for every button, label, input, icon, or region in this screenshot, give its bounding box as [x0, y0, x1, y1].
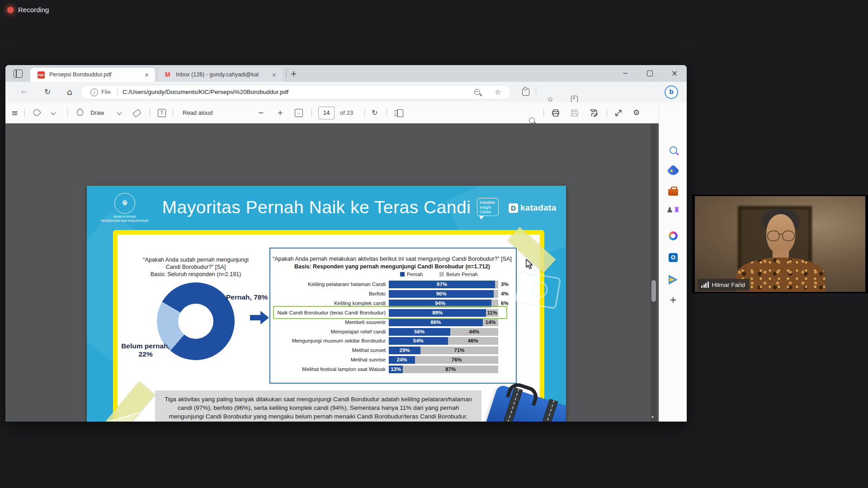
home-icon[interactable]: ⌂ [67, 82, 72, 102]
bar-row: Berfoto96%4% [272, 290, 507, 298]
bar-pernah-segment: 56% [389, 328, 450, 336]
signal-bars-icon [701, 282, 709, 288]
video-call-overlay: Hilmar Farid [692, 195, 868, 293]
bar-category-label: Melihat sunset [272, 347, 386, 354]
tab-gmail[interactable]: M Inbox (126) - gundy.cahyadi@kat × [158, 68, 283, 82]
read-aloud-button[interactable]: Read aloud [183, 102, 213, 123]
pdf-scrollbar[interactable]: ▾ [651, 123, 657, 422]
highlight-box [273, 306, 507, 319]
fit-width-icon[interactable]: ↔ [295, 109, 303, 117]
expand-icon[interactable] [614, 109, 623, 117]
tab-pdf-title: Persepsi Borobuddur.pdf [49, 68, 149, 82]
recording-indicator: Recording [7, 6, 49, 14]
draw-label[interactable]: Draw [90, 102, 104, 123]
bar-chart-basis: Basis: Responden yang pernah mengunjungi… [270, 263, 514, 270]
pdf-settings-icon[interactable]: ⚙ [633, 102, 640, 123]
page-number-input[interactable]: 14 [318, 107, 335, 119]
browser-window: PDF Persepsi Borobuddur.pdf × M Inbox (1… [5, 65, 687, 422]
scrollbar-thumb[interactable] [651, 280, 656, 302]
bar-row: Membeli souvenir86%14% [272, 319, 507, 326]
bar-chart-question: “Apakah Anda pernah melakukan aktivitas … [270, 255, 514, 263]
sidebar-search-icon[interactable] [659, 146, 687, 154]
gmail-icon: M [165, 68, 170, 82]
participant-name: Hilmar Farid [712, 282, 745, 288]
tab-pdf-close-icon[interactable]: × [144, 68, 149, 82]
refresh-icon[interactable]: ↻ [44, 82, 51, 102]
bar-row: Melihat sunrise24%76% [272, 356, 507, 364]
address-toolbar: ← ↻ ⌂ i File C:/Users/gundy/Documents/KI… [5, 82, 687, 102]
bar-track: 29%71% [389, 347, 498, 354]
pdf-search-icon[interactable] [529, 117, 535, 123]
url-text: C:/Users/gundy/Documents/KIC/Persepsi%20… [123, 85, 288, 99]
speaker-glasses [767, 230, 794, 240]
slide-title: Mayoritas Pernah Naik ke Teras Candi [158, 197, 475, 217]
sidebar-games-icon[interactable]: ♟♜ [659, 205, 687, 214]
close-button[interactable]: × [668, 65, 681, 82]
slide-background: ☬ KEMENTERIAN PENDIDIKAN DAN KEBUDAYAAN … [87, 186, 566, 422]
add-text-icon[interactable]: T [158, 109, 166, 117]
scrollbar-down-icon[interactable]: ▾ [651, 414, 654, 419]
bar-category-label: Berfoto [272, 290, 386, 298]
katadata-logo: D katadata [509, 203, 557, 213]
highlighter-icon[interactable] [32, 108, 41, 117]
save-as-icon[interactable] [590, 109, 598, 117]
pdf-content-area: ☬ KEMENTERIAN PENDIDIKAN DAN KEBUDAYAAN … [5, 123, 659, 422]
legend-swatch-pernah [400, 272, 405, 277]
bar-belum-label: 46% [448, 337, 498, 345]
zoom-out-page-icon[interactable]: − [258, 102, 264, 123]
page-info-icon[interactable]: i [90, 89, 98, 96]
new-tab-button[interactable]: + [290, 65, 297, 82]
bing-copilot-icon[interactable]: b [665, 85, 678, 99]
pdf-toolbar: ≡ Draw T Read aloud − + ↔ 14 of 23 ↻ [5, 102, 659, 124]
sidebar-add-icon[interactable]: + [659, 294, 687, 305]
toc-icon[interactable]: ≡ [11, 102, 18, 123]
bar-belum-label: 71% [420, 347, 498, 354]
bar-track: 56%44% [389, 328, 498, 336]
ministry-logo: ☬ [114, 193, 135, 214]
bar-pernah-segment: 97% [389, 281, 495, 288]
sidebar-microsoft365-icon[interactable] [659, 231, 687, 240]
favorite-star-icon[interactable]: ☆ [495, 85, 501, 99]
minimize-button[interactable]: − [618, 65, 632, 82]
save-icon [571, 109, 579, 117]
bar-track: 97% [389, 281, 498, 288]
bar-belum-label: 76% [415, 356, 498, 364]
draw-dropdown-icon[interactable] [117, 110, 122, 115]
katadata-insight-center-logo: Katadata Insight Center [477, 198, 499, 216]
bar-belum-label: 14% [483, 319, 498, 326]
rotate-icon[interactable]: ↻ [372, 102, 377, 123]
bar-track: 86%14% [389, 319, 498, 326]
participant-name-tag: Hilmar Farid [698, 279, 750, 291]
bar-belum-label: 4% [501, 290, 509, 298]
zoom-in-page-icon[interactable]: + [277, 102, 283, 123]
print-icon[interactable] [552, 109, 560, 117]
tab-gmail-title: Inbox (126) - gundy.cahyadi@kat [176, 68, 272, 82]
tab-gmail-close-icon[interactable]: × [272, 68, 277, 82]
bar-row: Mengunjungi museum sekitar Borobudur54%4… [272, 337, 507, 345]
sidebar-tools-icon[interactable] [659, 189, 687, 196]
page-view-icon[interactable] [397, 109, 403, 117]
tab-strip: PDF Persepsi Borobuddur.pdf × M Inbox (1… [5, 65, 687, 82]
address-bar[interactable]: i File C:/Users/gundy/Documents/KIC/Pers… [80, 85, 511, 99]
collections-icon[interactable] [571, 96, 578, 103]
highlighter-dropdown-icon[interactable] [51, 110, 56, 115]
back-icon[interactable]: ← [21, 82, 27, 102]
zoom-out-icon[interactable] [474, 89, 480, 95]
tab-pdf[interactable]: PDF Persepsi Borobuddur.pdf × [30, 68, 155, 82]
draw-pen-icon[interactable] [75, 108, 85, 117]
sidebar-drop-icon[interactable] [659, 275, 687, 284]
mouse-cursor [526, 259, 535, 270]
eraser-icon[interactable] [132, 109, 141, 117]
extensions-icon[interactable] [522, 89, 529, 96]
bar-pernah-segment: 86% [389, 319, 483, 326]
restore-button[interactable] [647, 70, 653, 76]
page-count-label: of 23 [340, 102, 353, 123]
edge-sidebar: ♟♜ O + ⚙ [659, 102, 687, 422]
sidebar-shopping-icon[interactable] [659, 166, 687, 175]
ministry-emblem-icon: ☬ [114, 193, 135, 214]
donut-hole [178, 304, 213, 339]
pdf-page: ☬ KEMENTERIAN PENDIDIKAN DAN KEBUDAYAAN … [87, 186, 566, 422]
sidebar-outlook-icon[interactable]: O [659, 253, 687, 262]
donut-label-belum: Belum pernah, 22% [117, 342, 175, 358]
tab-workspaces-icon[interactable] [14, 70, 23, 78]
